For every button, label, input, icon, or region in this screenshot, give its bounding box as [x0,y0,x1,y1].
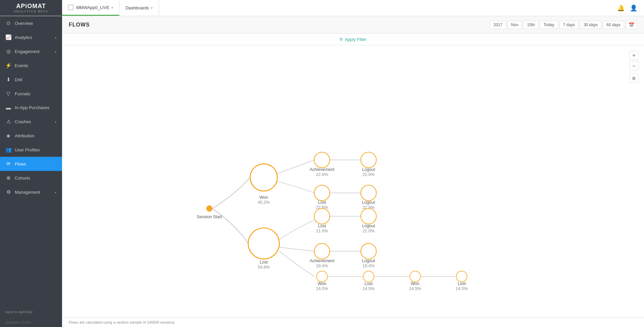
logo-sub: ANALYTICS BETA [14,10,48,13]
sidebar-label-funnels: Funnels [15,91,30,96]
analytics-chevron: ▸ [55,36,57,39]
tab-area: MMWApp0_LIVE ▾ Dashboards ▾ [62,0,617,16]
label-lost5: Lost [458,281,466,286]
sidebar-item-funnels[interactable]: ▽ Funnels [0,87,62,101]
node-lost2 [314,185,330,201]
zoom-controls: + − ⚙ [629,51,639,83]
flow-svg: Session Start Won 45.2% Lost 54.8% Achie… [62,45,644,317]
apply-filter-label: Apply Filter [345,37,367,42]
pct-achievement2: 19.4% [316,263,328,268]
node-won2 [317,271,327,282]
date-btn-2017[interactable]: 2017 [490,21,506,29]
events-icon: ⚡ [5,62,11,68]
sidebar-item-engagement[interactable]: ◎ Engagement ▸ [0,44,62,58]
flow-footer: Flows are calculated using a random samp… [62,317,644,327]
calendar-button[interactable]: 📅 [626,20,637,29]
app-icon [68,5,73,10]
sidebar-label-drill: Drill [15,77,22,82]
label-won3: Won [411,281,420,286]
pct-lost5: 14.5% [455,286,468,291]
node-lost1 [248,228,279,259]
sidebar-label-events: Events [15,63,28,68]
apply-filter-button[interactable]: ≡ Apply Filter [339,36,366,42]
date-controls: 2017 Nov 15th Today 7 days 30 days 60 da… [490,20,637,29]
sidebar-item-events[interactable]: ⚡ Events [0,58,62,73]
cohorts-icon: ⊕ [5,175,11,181]
label-logout4: Logout [362,258,375,263]
engagement-chevron: ▸ [55,50,57,53]
sidebar-item-cohorts[interactable]: ⊕ Cohorts [0,171,62,185]
date-btn-15th[interactable]: 15th [523,21,538,29]
sidebar-label-cohorts: Cohorts [15,176,30,181]
date-btn-today[interactable]: Today [540,21,558,29]
filter-bar: ≡ Apply Filter [62,34,644,45]
sidebar-label-engagement: Engagement [15,49,40,54]
node-lost5 [456,271,467,282]
sidebar-label-crashes: Crashes [15,119,31,124]
funnels-icon: ▽ [5,91,11,97]
sidebar: ⊙ Overview 📈 Analytics ▸ ◎ Engagement ▸ … [0,16,62,327]
node-won1 [250,164,277,191]
pct-lost3: 21.0% [316,228,328,233]
sidebar-item-user-profiles[interactable]: 👥 User Profiles [0,143,62,157]
sidebar-label-user-profiles: User Profiles [15,147,40,152]
label-logout3: Logout [362,223,375,228]
management-icon: ⚙ [5,189,11,195]
date-btn-nov[interactable]: Nov [507,21,522,29]
label-lost2: Lost [318,200,326,205]
bell-icon[interactable]: 🔔 [617,4,625,12]
node-achievement2 [314,243,330,259]
tab-dashboards[interactable]: Dashboards ▾ [119,0,159,16]
node-won3 [410,271,420,282]
app-name: MMWApp0_LIVE [76,5,109,10]
tab-app[interactable]: MMWApp0_LIVE ▾ [62,0,119,16]
engagement-icon: ◎ [5,48,11,54]
zoom-in-button[interactable]: + [629,51,639,60]
main-layout: ⊙ Overview 📈 Analytics ▸ ◎ Engagement ▸ … [0,16,644,327]
top-right-icons: 🔔 👤 [617,4,644,12]
pct-won3: 14.5% [409,286,421,291]
sidebar-item-overview[interactable]: ⊙ Overview [0,16,62,30]
label-achievement1: Achievement [310,167,334,172]
node-lost3 [314,208,330,224]
logo-area: APiOMAT ANALYTICS BETA [0,0,62,16]
date-btn-30days[interactable]: 30 days [580,21,601,29]
flow-canvas: Session Start Won 45.2% Lost 54.8% Achie… [62,45,644,317]
content-area: FLOWS 2017 Nov 15th Today 7 days 30 days… [62,16,644,327]
node-session-start [206,205,213,212]
user-icon[interactable]: 👤 [630,4,637,12]
sidebar-item-in-app-purchases[interactable]: ▬ In-App Purchases [0,101,62,114]
zoom-out-button[interactable]: − [629,61,639,71]
node-logout4 [361,243,376,259]
sidebar-label-analytics: Analytics [15,35,32,40]
sidebar-label-management: Management [15,190,40,195]
label-lost3: Lost [318,223,326,228]
pct-lost1: 54.8% [258,265,270,270]
label-lost1: Lost [260,260,268,265]
page-header: FLOWS 2017 Nov 15th Today 7 days 30 days… [62,16,644,34]
overview-icon: ⊙ [5,20,11,26]
label-logout1: Logout [362,167,375,172]
date-btn-7days[interactable]: 7 days [559,21,579,29]
sidebar-item-crashes[interactable]: ⚠ Crashes ▸ [0,114,62,129]
sidebar-label-in-app-purchases: In-App Purchases [15,105,49,110]
user-profiles-icon: 👥 [5,147,11,153]
app-chevron: ▾ [111,6,113,9]
management-chevron: ▸ [55,190,57,194]
sidebar-item-management[interactable]: ⚙ Management ▸ [0,185,62,199]
sidebar-label-flows: Flows [15,161,26,167]
sidebar-item-analytics[interactable]: 📈 Analytics ▸ [0,30,62,44]
page-title: FLOWS [69,22,90,28]
sidebar-item-drill[interactable]: ⬇ Drill [0,73,62,87]
node-lost4 [363,271,374,282]
date-btn-60days[interactable]: 60 days [603,21,624,29]
label-logout2: Logout [362,200,375,205]
node-logout1 [361,152,376,168]
dashboards-chevron: ▾ [151,6,153,10]
zoom-settings-button[interactable]: ⚙ [629,74,639,83]
back-to-apitomat[interactable]: back to ApiOmat [0,306,62,318]
sidebar-item-flows[interactable]: ⟳ Flows [0,157,62,171]
sidebar-item-attribution[interactable]: ◈ Attribution [0,129,62,143]
pct-achievement1: 22.6% [316,172,328,177]
flows-icon: ⟳ [5,161,11,167]
